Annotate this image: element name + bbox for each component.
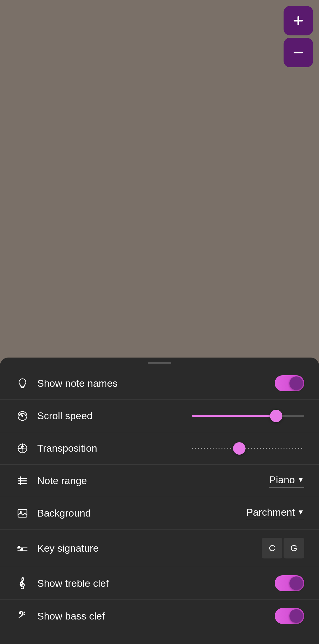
show-bass-clef-label: Show bass clef [37, 610, 275, 622]
key-signature-row: # # Key signature C G [0, 530, 319, 567]
transposition-knob[interactable] [233, 442, 245, 455]
background-value: Parchment [246, 507, 295, 518]
transpose-icon [15, 441, 30, 456]
bass-clef-icon: 𝄢 [15, 608, 30, 624]
chevron-down-icon: ▼ [297, 476, 304, 484]
show-treble-clef-control [275, 575, 304, 591]
background-row: Background Parchment ▼ [0, 497, 319, 530]
treble-clef-icon: 𝄞 [15, 576, 30, 591]
treble-toggle-knob [289, 576, 303, 590]
note-range-row: Note range Piano ▼ [0, 465, 319, 497]
speedometer-icon [15, 408, 30, 424]
chevron-down-icon-bg: ▼ [297, 508, 304, 516]
zoom-in-button[interactable] [284, 6, 313, 35]
key-signature-label: Key signature [37, 543, 262, 554]
svg-text:𝄢: 𝄢 [18, 610, 25, 622]
svg-text:𝄞: 𝄞 [19, 577, 25, 589]
background-dropdown[interactable]: Parchment ▼ [246, 507, 304, 520]
settings-bottom-sheet: Show note names Scroll speed [0, 358, 319, 644]
show-bass-clef-toggle[interactable] [275, 608, 304, 624]
show-note-names-label: Show note names [37, 378, 275, 389]
svg-point-3 [22, 448, 23, 449]
note-range-label: Note range [37, 475, 269, 486]
scroll-speed-knob[interactable] [270, 410, 282, 422]
show-note-names-toggle[interactable] [275, 375, 304, 391]
show-note-names-row: Show note names [0, 367, 319, 400]
background-label: Background [37, 507, 246, 519]
zoom-out-button[interactable] [284, 38, 313, 67]
lightbulb-icon [15, 376, 30, 391]
show-note-names-control [275, 375, 304, 391]
transposition-row: Transposition [0, 432, 319, 465]
svg-point-1 [22, 415, 23, 417]
scroll-speed-track [192, 415, 304, 417]
key-signature-control: C G [262, 538, 304, 558]
key-g-button[interactable]: G [284, 538, 304, 558]
background-control: Parchment ▼ [246, 507, 304, 520]
transposition-control [192, 448, 304, 449]
scroll-speed-row: Scroll speed [0, 400, 319, 432]
note-range-dropdown[interactable]: Piano ▼ [269, 474, 304, 488]
show-treble-clef-toggle[interactable] [275, 575, 304, 591]
transposition-track [192, 448, 304, 449]
transposition-label: Transposition [37, 443, 192, 454]
svg-rect-8 [18, 509, 27, 517]
show-treble-clef-row: 𝄞 Show treble clef [0, 567, 319, 600]
image-icon [15, 506, 30, 521]
toggle-knob [289, 376, 303, 390]
minus-icon [292, 46, 305, 59]
note-range-value: Piano [269, 474, 295, 486]
show-bass-clef-row: 𝄢 Show bass clef [0, 600, 319, 632]
top-controls [284, 0, 319, 67]
bass-toggle-knob [289, 609, 303, 623]
plus-icon [292, 14, 305, 27]
scroll-speed-control [192, 415, 304, 417]
note-range-control: Piano ▼ [269, 474, 304, 488]
key-c-button[interactable]: C [262, 538, 282, 558]
drag-handle[interactable] [148, 362, 171, 364]
scroll-speed-label: Scroll speed [37, 410, 192, 422]
show-bass-clef-control [275, 608, 304, 624]
key-sig-icon: # # [15, 540, 30, 556]
show-treble-clef-label: Show treble clef [37, 578, 275, 589]
note-range-icon [15, 473, 30, 489]
